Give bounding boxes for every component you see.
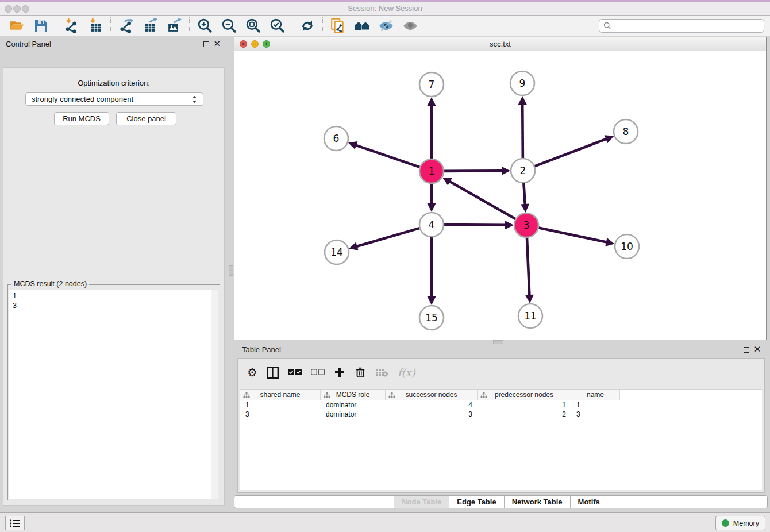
window-titlebar: Session: New Session	[0, 0, 770, 16]
refresh-icon[interactable]	[295, 17, 319, 35]
node-label: 9	[519, 78, 526, 89]
edge-4-14[interactable]	[349, 228, 420, 250]
zoom-out-icon[interactable]	[217, 17, 241, 35]
node-label: 7	[429, 79, 435, 90]
node-label: 2	[520, 165, 526, 176]
zoom-fit-icon[interactable]	[241, 17, 265, 35]
node-label: 6	[333, 133, 340, 144]
node-2[interactable]: 2	[511, 159, 535, 183]
save-icon[interactable]	[29, 17, 53, 35]
application-window: Session: New Session	[0, 0, 770, 532]
search-input[interactable]	[615, 21, 760, 30]
column-header-name[interactable]: name	[571, 390, 620, 400]
table-row[interactable]: 3dominator323	[240, 410, 762, 419]
table-cell: 1	[240, 400, 321, 410]
function-fx-icon-disabled: f(x)	[398, 367, 415, 379]
network-graph: 7968124314101511	[234, 51, 766, 340]
node-14[interactable]: 14	[325, 240, 349, 264]
network-file-icon[interactable]	[326, 17, 350, 35]
zoom-selected-icon[interactable]	[265, 17, 289, 35]
node-table-container: ⚙ f(x) shared nameMCDS rolesuccessor nod	[237, 358, 765, 493]
table-toolbar: ⚙ f(x)	[238, 359, 764, 385]
task-history-icon[interactable]	[5, 516, 25, 530]
edge-2-8[interactable]	[534, 135, 614, 166]
deselect-all-columns-icon[interactable]	[311, 369, 325, 376]
optimization-criterion-value: strongly connected component	[32, 95, 133, 103]
column-type-icon	[324, 392, 330, 398]
network-window-titlebar[interactable]: × − + scc.txt	[234, 37, 766, 51]
column-type-icon	[388, 392, 395, 398]
edge-1-2[interactable]	[444, 167, 510, 175]
table-settings-gear-icon[interactable]: ⚙	[247, 365, 257, 379]
delete-trash-icon[interactable]	[355, 366, 366, 379]
column-type-icon	[243, 392, 250, 398]
export-image-icon[interactable]	[162, 17, 186, 35]
select-all-columns-icon[interactable]	[288, 369, 302, 376]
float-table-panel-icon[interactable]	[744, 347, 749, 353]
table-cell: 3	[240, 410, 321, 419]
optimization-criterion-select[interactable]: strongly connected component	[25, 92, 203, 106]
mcds-result-title: MCDS result (2 nodes)	[11, 280, 89, 288]
edge-4-15[interactable]	[428, 237, 436, 305]
main-toolbar	[0, 16, 770, 36]
home-icon[interactable]	[350, 17, 374, 35]
node-7[interactable]: 7	[419, 72, 444, 97]
column-panel-icon[interactable]	[267, 367, 279, 379]
import-network-icon[interactable]	[59, 17, 83, 35]
hide-eye-icon[interactable]	[374, 17, 398, 35]
node-label: 1	[429, 165, 435, 177]
node-label: 8	[623, 126, 629, 137]
tab-network-table[interactable]: Network Table	[504, 496, 570, 508]
column-header-MCDS-role[interactable]: MCDS role	[321, 390, 386, 400]
edge-1-4[interactable]	[428, 183, 436, 212]
node-3[interactable]: 3	[514, 213, 538, 237]
node-8[interactable]: 8	[614, 119, 638, 144]
result-scrollbar[interactable]	[211, 290, 218, 499]
close-panel-button[interactable]: Close panel	[116, 112, 176, 125]
open-folder-icon[interactable]	[5, 17, 29, 35]
tab-node-table[interactable]: Node Table	[394, 496, 449, 508]
column-header-predecessor-nodes[interactable]: predecessor nodes	[478, 390, 571, 400]
edge-4-3[interactable]	[444, 221, 514, 229]
vertical-splitter[interactable]	[229, 265, 233, 276]
node-4[interactable]: 4	[419, 213, 444, 237]
table-row[interactable]: 1dominator411	[240, 400, 762, 410]
network-canvas[interactable]: 7968124314101511	[234, 51, 766, 340]
node-15[interactable]: 15	[419, 306, 444, 330]
memory-button[interactable]: Memory	[715, 516, 765, 530]
close-table-panel-icon[interactable]: ✕	[753, 344, 761, 354]
edge-1-6[interactable]	[348, 141, 420, 167]
tab-edge-table[interactable]: Edge Table	[449, 496, 503, 508]
export-table-icon[interactable]	[138, 17, 162, 35]
tab-motifs[interactable]: Motifs	[570, 496, 607, 508]
control-panel-header: Control Panel ✕	[0, 38, 228, 52]
node-10[interactable]: 10	[615, 234, 639, 259]
add-column-icon[interactable]	[334, 367, 345, 378]
column-header-shared-name[interactable]: shared name	[240, 390, 321, 400]
edge-3-1[interactable]	[442, 178, 516, 219]
status-bar: Memory	[0, 512, 770, 532]
float-panel-icon[interactable]	[203, 41, 209, 47]
column-header-successor-nodes[interactable]: successor nodes	[386, 390, 478, 400]
edge-1-7[interactable]	[428, 97, 436, 159]
table-cell: 1	[571, 400, 620, 410]
node-6[interactable]: 6	[324, 126, 348, 151]
search-icon	[603, 22, 611, 30]
mcds-result-text: 1 3	[9, 290, 218, 499]
show-eye-icon[interactable]	[398, 17, 422, 35]
run-mcds-button[interactable]: Run MCDS	[54, 112, 109, 125]
table-cell: 2	[478, 410, 571, 419]
export-network-icon[interactable]	[114, 17, 138, 35]
close-panel-icon[interactable]: ✕	[213, 38, 221, 49]
table-cell: dominator	[321, 400, 386, 410]
edge-2-3[interactable]	[521, 183, 529, 213]
edge-3-10[interactable]	[538, 228, 615, 246]
edge-3-11[interactable]	[525, 237, 534, 303]
edge-2-9[interactable]	[518, 96, 527, 159]
node-9[interactable]: 9	[510, 71, 534, 95]
zoom-in-icon[interactable]	[192, 17, 217, 35]
node-label: 4	[429, 219, 435, 230]
import-table-icon[interactable]	[83, 17, 107, 35]
node-11[interactable]: 11	[518, 304, 542, 328]
node-1[interactable]: 1	[419, 159, 444, 183]
